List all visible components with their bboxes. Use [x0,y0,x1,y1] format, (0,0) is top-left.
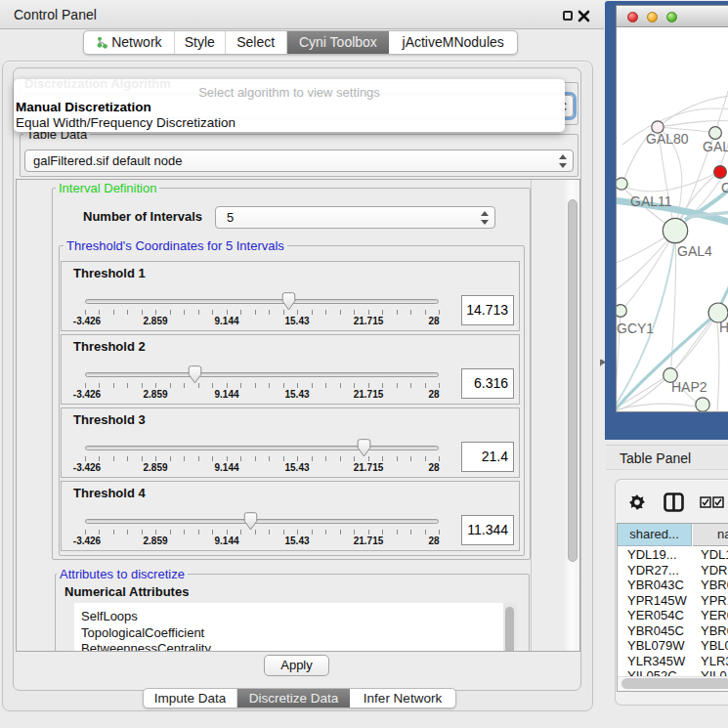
svg-text:HAP2: HAP2 [671,379,707,395]
svg-text:GAL11: GAL11 [630,193,672,209]
svg-text:GCY1: GCY1 [617,321,654,336]
svg-text:GAL4: GAL4 [677,243,712,259]
svg-text:GAL: GAL [703,139,728,154]
svg-text:C: C [721,180,728,195]
svg-text:H: H [719,320,728,335]
svg-text:GAL80: GAL80 [646,131,689,147]
